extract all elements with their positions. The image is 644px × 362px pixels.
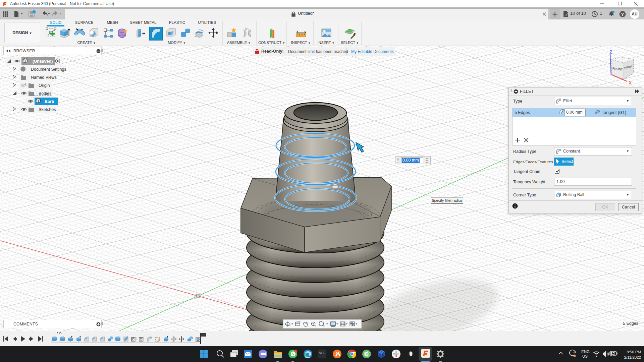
svg-text:US: US: [582, 354, 588, 358]
svg-text:ENG: ENG: [581, 350, 590, 354]
svg-text:8:50 PM: 8:50 PM: [627, 350, 641, 354]
svg-text:Named Views: Named Views: [31, 75, 57, 80]
svg-text:Bodies: Bodies: [39, 91, 51, 96]
svg-text:?: ?: [621, 12, 624, 17]
svg-text:1: 1: [295, 350, 297, 353]
svg-text:2/11/2022: 2/11/2022: [624, 355, 641, 359]
svg-text:Barb: Barb: [45, 99, 54, 104]
svg-text:Z: Z: [609, 49, 612, 55]
svg-text:Document Settings: Document Settings: [31, 67, 66, 72]
svg-text:C:\_: C:\_: [319, 351, 326, 354]
svg-text:X: X: [629, 80, 632, 85]
svg-text:Origin: Origin: [39, 83, 50, 88]
svg-text:Sketches: Sketches: [39, 107, 56, 112]
svg-text:(Unsaved): (Unsaved): [33, 59, 53, 64]
